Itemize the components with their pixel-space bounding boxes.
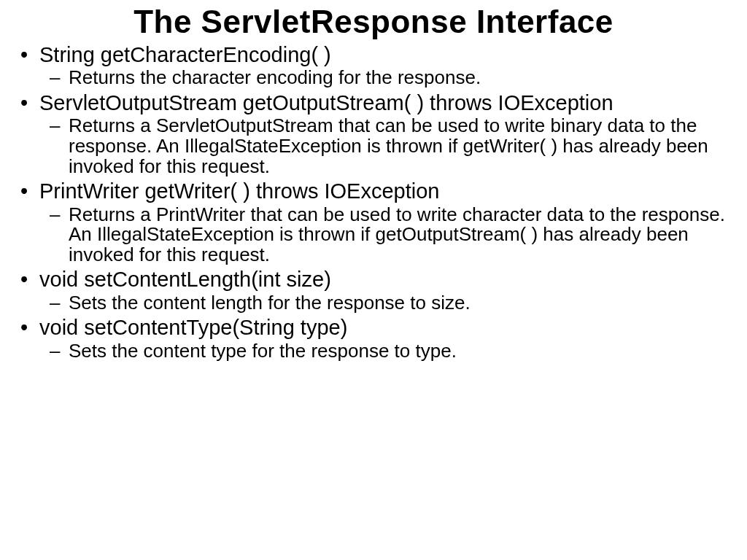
method-signature: PrintWriter getWriter( ) throws IOExcept… — [39, 179, 439, 203]
slide: The ServletResponse Interface String get… — [0, 0, 747, 371]
method-description: Sets the content length for the response… — [69, 293, 732, 314]
list-item: void setContentType(String type) Sets th… — [39, 316, 732, 361]
method-description: Returns the character encoding for the r… — [69, 68, 732, 88]
sub-list: Returns a PrintWriter that can be used t… — [39, 205, 732, 265]
method-list: String getCharacterEncoding( ) Returns t… — [15, 43, 732, 361]
sub-list: Sets the content type for the response t… — [39, 341, 732, 362]
slide-title: The ServletResponse Interface — [15, 4, 732, 40]
method-signature: String getCharacterEncoding( ) — [39, 43, 331, 66]
method-description: Returns a ServletOutputStream that can b… — [69, 116, 732, 176]
list-item: ServletOutputStream getOutputStream( ) t… — [39, 91, 732, 176]
list-item: void setContentLength(int size) Sets the… — [39, 268, 732, 313]
list-item: PrintWriter getWriter( ) throws IOExcept… — [39, 179, 732, 265]
method-signature: void setContentType(String type) — [39, 316, 347, 339]
method-signature: void setContentLength(int size) — [39, 268, 331, 291]
sub-list: Returns a ServletOutputStream that can b… — [39, 116, 732, 176]
sub-list: Sets the content length for the response… — [39, 293, 732, 314]
method-description: Sets the content type for the response t… — [69, 341, 732, 362]
method-description: Returns a PrintWriter that can be used t… — [69, 205, 732, 265]
method-signature: ServletOutputStream getOutputStream( ) t… — [39, 91, 614, 114]
list-item: String getCharacterEncoding( ) Returns t… — [39, 43, 732, 88]
sub-list: Returns the character encoding for the r… — [39, 68, 732, 88]
